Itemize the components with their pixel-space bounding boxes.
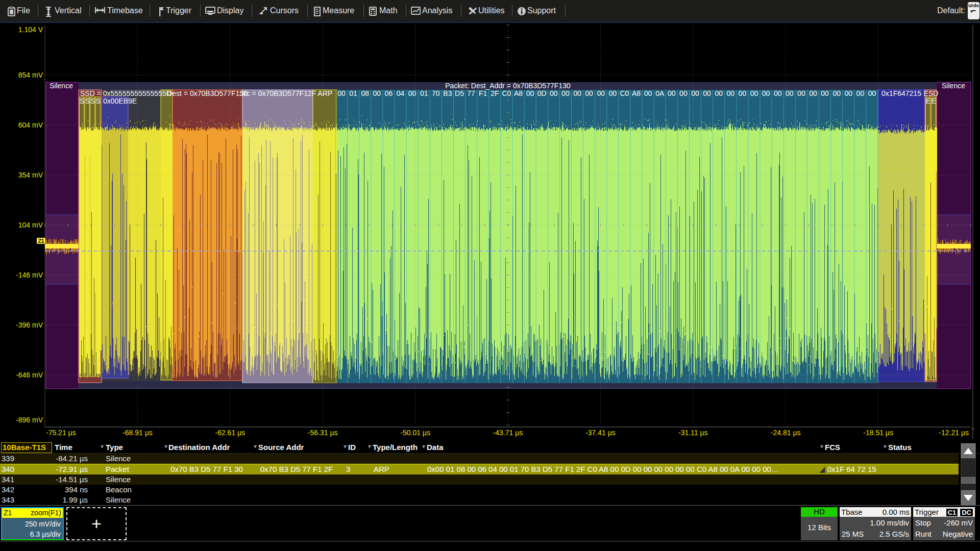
- svg-text:0A: 0A: [655, 89, 665, 97]
- svg-text:00: 00: [550, 89, 558, 97]
- svg-text:Silence: Silence: [942, 82, 965, 90]
- svg-text:04: 04: [397, 89, 405, 97]
- svg-text:354 mV: 354 mV: [18, 171, 43, 179]
- svg-text:ESD: ESD: [924, 89, 939, 97]
- svg-text:Dest = 0x70B3D577F130: Dest = 0x70B3D577F130: [167, 89, 248, 97]
- svg-text:00: 00: [856, 89, 865, 97]
- svg-text:-396 mV: -396 mV: [16, 321, 43, 329]
- svg-text:00: 00: [337, 89, 346, 97]
- svg-text:ARP: ARP: [318, 89, 333, 97]
- svg-text:A8: A8: [514, 89, 523, 97]
- svg-text:Silence: Silence: [50, 82, 73, 90]
- svg-text:-146 mV: -146 mV: [16, 271, 43, 279]
- svg-text:-62.61 µs: -62.61 µs: [215, 429, 245, 437]
- svg-text:00: 00: [786, 89, 794, 97]
- svg-text:00: 00: [868, 89, 876, 97]
- svg-text:D5: D5: [455, 89, 464, 97]
- svg-text:Z1: Z1: [38, 238, 44, 244]
- svg-text:-12.21 µs: -12.21 µs: [939, 429, 969, 437]
- svg-text:SSD = 0x55555555555555D: SSD = 0x55555555555555D: [80, 89, 172, 97]
- svg-text:0D: 0D: [537, 89, 547, 97]
- svg-text:-896 mV: -896 mV: [16, 416, 43, 424]
- svg-text:B3: B3: [443, 89, 452, 97]
- svg-text:104 mV: 104 mV: [18, 221, 43, 229]
- svg-text:06: 06: [385, 89, 393, 97]
- svg-text:00: 00: [679, 89, 688, 97]
- svg-text:00: 00: [845, 89, 853, 97]
- svg-text:S: S: [80, 97, 84, 105]
- svg-text:00: 00: [797, 89, 805, 97]
- svg-text:01: 01: [349, 89, 357, 97]
- svg-text:00: 00: [774, 89, 782, 97]
- svg-text:0x00EB9E: 0x00EB9E: [103, 97, 137, 105]
- svg-text:Packet: Dest_Addr = 0x70B3D577: Packet: Dest_Addr = 0x70B3D577F130: [445, 82, 571, 90]
- svg-text:E: E: [926, 97, 930, 105]
- svg-text:00: 00: [644, 89, 652, 97]
- svg-text:2F: 2F: [491, 89, 499, 97]
- svg-text:00: 00: [821, 89, 829, 97]
- svg-text:E: E: [932, 97, 936, 105]
- svg-text:00: 00: [609, 89, 617, 97]
- svg-text:00: 00: [408, 89, 416, 97]
- svg-text:00: 00: [750, 89, 758, 97]
- svg-text:854 mV: 854 mV: [18, 71, 43, 79]
- svg-text:00: 00: [691, 89, 699, 97]
- svg-text:-18.51 µs: -18.51 µs: [863, 429, 893, 437]
- svg-text:00: 00: [668, 89, 676, 97]
- svg-text:604 mV: 604 mV: [18, 121, 43, 129]
- svg-text:0x1F647215: 0x1F647215: [881, 89, 921, 97]
- svg-text:C0: C0: [620, 89, 629, 97]
- svg-text:Src = 0x70B3D577F12F: Src = 0x70B3D577F12F: [239, 89, 316, 97]
- svg-text:C0: C0: [502, 89, 511, 97]
- svg-text:00: 00: [715, 89, 723, 97]
- svg-text:S: S: [85, 97, 89, 105]
- svg-text:-68.91 µs: -68.91 µs: [122, 429, 153, 437]
- svg-text:-43.71 µs: -43.71 µs: [493, 429, 523, 437]
- svg-text:70: 70: [432, 89, 440, 97]
- svg-text:-56.31 µs: -56.31 µs: [308, 429, 338, 437]
- svg-text:00: 00: [762, 89, 770, 97]
- svg-text:F1: F1: [479, 89, 487, 97]
- svg-text:00: 00: [809, 89, 817, 97]
- svg-text:S: S: [90, 97, 95, 105]
- svg-text:00: 00: [832, 89, 841, 97]
- svg-text:-37.41 µs: -37.41 µs: [585, 429, 616, 437]
- svg-text:00: 00: [597, 89, 605, 97]
- svg-text:77: 77: [467, 89, 475, 97]
- svg-text:00: 00: [526, 89, 534, 97]
- svg-text:A8: A8: [632, 89, 641, 97]
- svg-text:00: 00: [561, 89, 570, 97]
- svg-text:S: S: [96, 97, 101, 105]
- svg-text:00: 00: [573, 89, 581, 97]
- svg-text:00: 00: [703, 89, 711, 97]
- svg-text:-75.21 µs: -75.21 µs: [46, 429, 76, 437]
- svg-text:1.104 V: 1.104 V: [18, 26, 43, 34]
- svg-text:-24.81 µs: -24.81 µs: [771, 429, 801, 437]
- svg-text:-31.11 µs: -31.11 µs: [678, 429, 708, 437]
- svg-text:08: 08: [361, 89, 369, 97]
- svg-text:00: 00: [585, 89, 593, 97]
- svg-text:01: 01: [420, 89, 428, 97]
- svg-text:00: 00: [373, 89, 381, 97]
- svg-text:-646 mV: -646 mV: [16, 371, 43, 379]
- svg-text:→: →: [970, 425, 975, 431]
- svg-text:00: 00: [739, 89, 747, 97]
- svg-text:00: 00: [727, 89, 735, 97]
- svg-text:-50.01 µs: -50.01 µs: [400, 429, 430, 437]
